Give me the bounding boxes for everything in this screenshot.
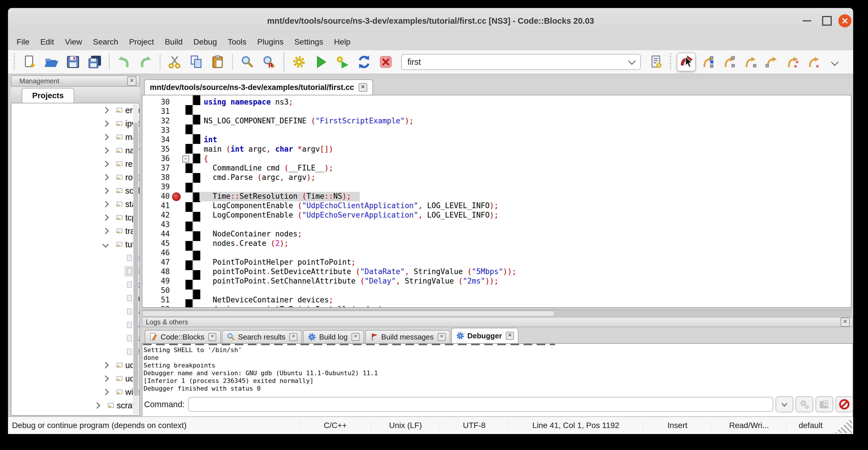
tree-item-fif[interactable]: fif xyxy=(11,251,139,264)
editor-horizontal-scrollbar[interactable] xyxy=(142,309,851,317)
line-number[interactable]: 46 xyxy=(143,248,170,257)
line-number[interactable]: 49 xyxy=(143,277,170,285)
tree-item-label[interactable]: mat xyxy=(115,132,133,143)
code-line-36[interactable]: 36−{ xyxy=(143,154,851,163)
combo-chevron-down-icon[interactable] xyxy=(628,57,636,65)
tree-item-se[interactable]: se xyxy=(11,318,139,331)
logs-tab-build-messages[interactable]: Build messages✕ xyxy=(365,330,450,343)
fold-marker[interactable]: − xyxy=(182,156,189,162)
code-line-43[interactable]: 43 xyxy=(143,220,851,230)
menu-tools[interactable]: Tools xyxy=(228,37,246,47)
chevron-right-icon[interactable] xyxy=(102,174,109,181)
find-replace-icon[interactable]: R xyxy=(262,55,276,69)
tree-item-label[interactable]: src xyxy=(106,414,133,416)
tree-item-label[interactable]: si xyxy=(124,333,133,344)
minimize-button[interactable] xyxy=(798,8,815,34)
code-line-47[interactable]: 47 PointToPointHelper pointToPoint; xyxy=(143,258,851,267)
tree-item-wire[interactable]: wire xyxy=(11,385,139,399)
debugger-settings-button[interactable] xyxy=(796,396,813,412)
line-number[interactable]: 32 xyxy=(143,117,170,125)
tree-item-fir[interactable]: fir xyxy=(11,264,139,278)
toolbar-overflow-chevron-icon[interactable] xyxy=(831,58,839,66)
tree-item-label[interactable]: fo xyxy=(124,279,133,290)
step-into-button[interactable] xyxy=(741,53,759,71)
menu-debug[interactable]: Debug xyxy=(193,37,217,47)
tree-item-si[interactable]: si xyxy=(11,331,139,345)
stop-debugger-button[interactable] xyxy=(835,396,853,412)
project-tree[interactable]: erroipv6matnamreallroutsockstattcptraftu… xyxy=(11,103,140,416)
line-number[interactable]: 44 xyxy=(143,230,170,238)
logs-tab-close-icon[interactable]: ✕ xyxy=(289,333,297,341)
chevron-right-icon[interactable] xyxy=(94,402,100,409)
code-editor[interactable]: 30using namespace ns3;3132NS_LOG_COMPONE… xyxy=(142,95,851,308)
code-line-39[interactable]: 39 xyxy=(143,182,851,192)
logs-tab-close-icon[interactable]: ✕ xyxy=(506,332,514,340)
tree-item-label[interactable]: stat xyxy=(115,199,133,210)
code-line-32[interactable]: 32NS_LOG_COMPONENT_DEFINE ("FirstScriptE… xyxy=(143,117,851,126)
chevron-right-icon[interactable] xyxy=(102,161,109,167)
save-file-icon[interactable] xyxy=(66,55,80,69)
tree-item-label[interactable]: scratch xyxy=(106,400,133,411)
chevron-right-icon[interactable] xyxy=(102,214,109,221)
line-number[interactable]: 52 xyxy=(143,305,170,308)
build-target-options-icon[interactable] xyxy=(649,55,663,69)
line-number[interactable]: 48 xyxy=(143,267,170,276)
line-number[interactable]: 50 xyxy=(143,286,170,295)
command-input[interactable] xyxy=(188,397,773,412)
new-file-icon[interactable] xyxy=(23,55,36,69)
line-number[interactable]: 36 xyxy=(143,154,170,163)
maximize-button[interactable] xyxy=(818,8,835,34)
tree-item-erro[interactable]: erro xyxy=(11,103,139,117)
tree-item-reall[interactable]: reall xyxy=(11,157,139,171)
tree-item-label[interactable]: erro xyxy=(115,105,133,116)
rebuild-icon[interactable] xyxy=(357,55,371,69)
menu-help[interactable]: Help xyxy=(334,37,351,47)
tree-item-label[interactable]: fif xyxy=(124,252,133,263)
chevron-right-icon[interactable] xyxy=(102,107,109,114)
chevron-right-icon[interactable] xyxy=(102,120,109,127)
logs-tab-debugger[interactable]: Debugger✕ xyxy=(452,328,519,343)
toolbar-grip[interactable] xyxy=(14,54,16,70)
code-line-35[interactable]: 35main (int argc, char *argv[]) xyxy=(143,145,851,154)
paste-icon[interactable] xyxy=(211,55,225,69)
next-instruction-button[interactable] xyxy=(783,53,801,71)
tree-item-udp[interactable]: udp xyxy=(11,358,139,372)
cut-icon[interactable] xyxy=(168,55,182,69)
line-number[interactable]: 38 xyxy=(143,173,170,182)
tree-item-src[interactable]: src xyxy=(11,412,139,416)
line-number[interactable]: 51 xyxy=(143,296,170,304)
line-number[interactable]: 31 xyxy=(143,107,170,116)
code-line-42[interactable]: 42 LogComponentEnable ("UdpEchoServerApp… xyxy=(143,211,851,220)
tree-item-label[interactable]: reall xyxy=(115,158,133,169)
tree-item-th[interactable]: th xyxy=(11,345,139,358)
redo-icon[interactable] xyxy=(139,55,152,69)
line-number[interactable]: 39 xyxy=(143,182,170,191)
logs-tab-close-icon[interactable]: ✕ xyxy=(438,333,446,341)
code-line-52[interactable]: 52 devices = pointToPoint.Install (nodes… xyxy=(143,305,851,308)
line-number[interactable]: 42 xyxy=(143,211,170,219)
chevron-right-icon[interactable] xyxy=(102,362,109,369)
find-icon[interactable] xyxy=(240,55,254,69)
code-line-44[interactable]: 44 NodeContainer nodes; xyxy=(143,230,851,239)
line-number[interactable]: 43 xyxy=(143,220,170,229)
tree-item-tcp[interactable]: tcp xyxy=(11,211,139,224)
tree-item-label[interactable]: se xyxy=(124,306,133,317)
code-line-40[interactable]: 40 Time::SetResolution (Time::NS); xyxy=(143,192,851,201)
tree-vertical-scrollbar[interactable] xyxy=(133,104,139,415)
tree-item-traf[interactable]: traf xyxy=(11,224,139,238)
tree-item-label[interactable]: ipv6 xyxy=(115,118,133,129)
tree-item-rout[interactable]: rout xyxy=(11,171,139,184)
code-line-30[interactable]: 30using namespace ns3; xyxy=(143,98,851,107)
editor-hscrollbar-thumb[interactable] xyxy=(143,311,554,317)
logs-tab-search-results[interactable]: Search results✕ xyxy=(222,330,302,343)
line-number[interactable]: 30 xyxy=(143,98,170,106)
build-target-combo[interactable]: first xyxy=(401,54,641,70)
code-line-45[interactable]: 45 nodes.Create (2); xyxy=(143,239,851,248)
build-icon[interactable] xyxy=(292,55,306,69)
tree-scrollbar-thumb[interactable] xyxy=(133,122,138,396)
tree-item-se[interactable]: se xyxy=(11,305,139,318)
line-number[interactable]: 37 xyxy=(143,163,170,172)
undo-icon[interactable] xyxy=(117,55,131,69)
menu-file[interactable]: File xyxy=(17,37,29,47)
code-line-48[interactable]: 48 pointToPoint.SetDeviceAttribute ("Dat… xyxy=(143,267,851,277)
